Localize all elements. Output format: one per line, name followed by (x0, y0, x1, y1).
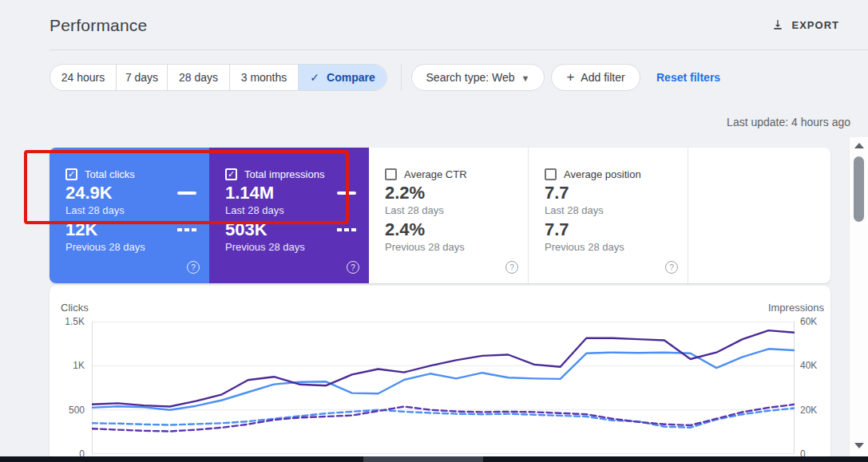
reset-filters-link[interactable]: Reset filters (656, 64, 720, 91)
metric-card-average-ctr[interactable]: Average CTR 2.2% Last 28 days 2.4% Previ… (369, 148, 529, 283)
metric-value: 1.14M (225, 183, 274, 203)
toolbar-separator (401, 64, 402, 91)
metric-card-average-position[interactable]: Average position 7.7 Last 28 days 7.7 Pr… (529, 148, 688, 283)
metric-prev-period: Previous 28 days (545, 241, 624, 253)
scroll-down-arrow-icon[interactable] (854, 443, 864, 448)
scrollbar-thumb[interactable] (854, 156, 864, 222)
left-axis-tick: 1K (50, 360, 85, 371)
checkbox-average-ctr[interactable] (385, 168, 397, 180)
metric-card-total-impressions[interactable]: ✓ Total impressions 1.14M Last 28 days 5… (209, 148, 369, 283)
help-icon[interactable]: ? (347, 261, 359, 274)
left-axis-tick: 1.5K (50, 316, 85, 327)
metric-prev-value: 503K (225, 219, 268, 240)
checkbox-total-clicks[interactable]: ✓ (65, 168, 77, 180)
date-range-tabs: 24 hours 7 days 28 days 3 months ✓ Compa… (50, 64, 387, 91)
search-type-label: Search type: Web (426, 71, 515, 84)
window-bottom-bar (0, 456, 868, 462)
export-label: EXPORT (792, 19, 839, 31)
metric-value: 24.9K (65, 183, 113, 203)
solid-line-legend-icon (337, 192, 356, 195)
metric-label: Average CTR (404, 168, 467, 180)
dashed-line-legend-icon (337, 228, 358, 231)
page-title: Performance (50, 16, 147, 35)
metric-label: Total impressions (244, 168, 324, 180)
download-icon (771, 18, 784, 31)
tab-24-hours[interactable]: 24 hours (50, 65, 116, 90)
vertical-scrollbar[interactable] (849, 137, 868, 456)
left-axis-tick: 500 (50, 405, 85, 416)
tab-7-days[interactable]: 7 days (116, 65, 167, 90)
metric-prev-value: 2.4% (385, 219, 425, 240)
tab-28-days[interactable]: 28 days (167, 65, 229, 90)
chevron-down-icon: ▼ (521, 73, 530, 83)
tab-compare[interactable]: ✓ Compare (298, 65, 386, 90)
help-icon[interactable]: ? (187, 261, 200, 274)
metric-prev-value: 7.7 (545, 219, 569, 240)
help-icon[interactable]: ? (505, 261, 518, 274)
metric-label: Average position (564, 168, 641, 180)
metric-prev-period: Previous 28 days (225, 241, 305, 253)
solid-line-legend-icon (177, 192, 196, 195)
dashed-line-legend-icon (177, 228, 198, 231)
search-type-dropdown[interactable]: Search type: Web ▼ (411, 64, 545, 91)
right-axis-tick: 40K (800, 360, 830, 371)
left-axis-tick: 0 (50, 448, 85, 456)
check-icon: ✓ (310, 71, 319, 84)
right-axis-tick: 20K (800, 405, 830, 416)
metric-period: Last 28 days (385, 204, 444, 216)
right-axis-tick: 60K (800, 316, 830, 327)
performance-chart-panel: Clicks Impressions 1.5K 1K 500 0 60K 40K… (50, 286, 830, 456)
add-filter-button[interactable]: + Add filter (551, 64, 640, 91)
export-button[interactable]: EXPORT (771, 18, 839, 31)
plus-icon: + (566, 69, 574, 85)
metric-value: 7.7 (545, 183, 569, 203)
metric-card-total-clicks[interactable]: ✓ Total clicks 24.9K Last 28 days 12K Pr… (50, 148, 209, 283)
checkbox-average-position[interactable] (545, 168, 557, 180)
metric-period: Last 28 days (65, 204, 125, 216)
metrics-cards-panel: ✓ Total clicks 24.9K Last 28 days 12K Pr… (50, 148, 830, 283)
tab-3-months[interactable]: 3 months (229, 65, 298, 90)
help-icon[interactable]: ? (665, 261, 678, 274)
tab-compare-label: Compare (327, 71, 375, 84)
chart-plot-area[interactable] (92, 322, 795, 454)
metric-label: Total clicks (85, 168, 135, 180)
metric-prev-value: 12K (65, 219, 97, 240)
metric-prev-period: Previous 28 days (385, 241, 465, 253)
last-update-text: Last update: 4 hours ago (727, 116, 850, 128)
header-divider (50, 49, 868, 50)
checkbox-total-impressions[interactable]: ✓ (225, 168, 237, 180)
metric-period: Last 28 days (225, 204, 284, 216)
left-axis-title: Clicks (61, 302, 89, 314)
add-filter-label: Add filter (581, 71, 624, 84)
right-axis-tick: 0 (800, 448, 830, 456)
taskbar-segment (363, 456, 483, 462)
metric-period: Last 28 days (545, 204, 604, 216)
metric-value: 2.2% (385, 183, 425, 203)
right-axis-title: Impressions (768, 302, 824, 314)
metric-prev-period: Previous 28 days (65, 241, 145, 253)
scroll-up-arrow-icon[interactable] (854, 143, 864, 148)
